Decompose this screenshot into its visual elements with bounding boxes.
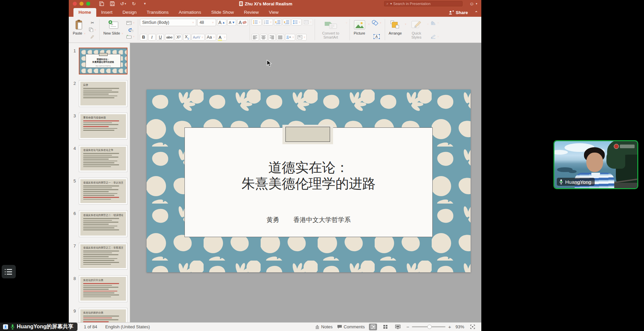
slide-thumbnail-1[interactable]: 道德实在论：朱熹美德伦理学的进路黄勇 香港中文大学哲学系 [79, 48, 127, 74]
save-icon[interactable] [110, 1, 115, 6]
picture-button[interactable]: Picture [352, 18, 366, 41]
shapes-button[interactable]: ▾ [371, 19, 382, 26]
character-spacing-button[interactable]: A⇄V▾ [192, 34, 204, 41]
tab-review[interactable]: Review [239, 8, 264, 17]
slide-title-text[interactable]: 道德实在论： 朱熹美德伦理学的进路 [185, 160, 432, 192]
format-painter-button[interactable] [88, 33, 97, 40]
microphone-icon [10, 324, 15, 330]
shape-outline-button[interactable]: ▾ [430, 33, 440, 40]
slide-show-view-button[interactable] [394, 324, 402, 330]
slide-thumbnail-5[interactable]: 道德反实在论的类型之一：非认知主义 [79, 178, 127, 205]
zoom-panel-toggle-button[interactable] [2, 265, 16, 278]
thumbnail-number: 2 [69, 80, 79, 86]
redo-button[interactable]: ↻ [131, 1, 137, 6]
columns-button[interactable]: ▾ [303, 19, 313, 25]
person-plus-icon [448, 10, 454, 15]
cut-button[interactable]: ✂ [88, 19, 97, 26]
font-name-select[interactable]: SimSun (Body)▾ [140, 19, 196, 26]
tab-animations[interactable]: Animations [174, 8, 206, 17]
reset-slide-button[interactable] [125, 26, 136, 33]
slide-thumbnail-3[interactable]: 事实命题与道德命题 [79, 113, 127, 140]
tab-transitions[interactable]: Transitions [142, 8, 174, 17]
numbering-button[interactable]: 123▾ [263, 19, 273, 25]
screen: ↺▾ ↻ ▼ Zhu Xi's Moral Realism ⌕ ▾ Search… [0, 0, 644, 331]
new-slide-button[interactable]: New Slide ▾ [102, 18, 124, 41]
slide-thumbnail-7[interactable]: 道德反实在论的类型之三：非客观主义 [79, 243, 127, 270]
comments-toggle[interactable]: Comments [337, 324, 365, 329]
section-button[interactable]: ▾ [125, 33, 136, 40]
decrease-indent-button[interactable] [274, 19, 282, 25]
collapse-ribbon-icon[interactable]: ⌃ [475, 10, 478, 15]
window-title: Zhu Xi's Moral Realism [245, 1, 292, 6]
font-size-select[interactable]: 48▾ [197, 19, 216, 26]
line-spacing-button[interactable]: ▾ [291, 19, 302, 25]
powerpoint-window: ↺▾ ↻ ▼ Zhu Xi's Moral Realism ⌕ ▾ Search… [69, 0, 481, 331]
language-indicator[interactable]: English (United States) [105, 324, 150, 329]
slide-thumbnail-6[interactable]: 道德反实在论的类型之二：错误理论 [79, 210, 127, 237]
increase-font-size-button[interactable]: A▲ [217, 19, 226, 26]
align-text-button[interactable]: ▾ [296, 34, 307, 41]
text-direction-button[interactable]: A▾ [285, 34, 296, 41]
convert-to-smartart-button[interactable]: Convert to SmartArt [317, 18, 344, 41]
print-icon[interactable] [99, 1, 104, 6]
slide-editing-canvas[interactable]: 道德实在论： 朱熹美德伦理学的进路 黄勇香港中文大学哲学系 [130, 43, 481, 322]
increase-indent-button[interactable] [283, 19, 290, 25]
fit-slide-to-window-button[interactable] [469, 324, 477, 330]
superscript-button[interactable]: X² [175, 34, 182, 41]
slide-sorter-view-button[interactable] [381, 324, 389, 330]
underline-button[interactable]: U [157, 34, 164, 41]
notes-toggle[interactable]: Notes [315, 324, 333, 329]
clear-formatting-button[interactable]: A [237, 19, 248, 26]
text-box-button[interactable]: A [371, 33, 382, 40]
feedback-smiley-button[interactable]: ☺▾ [469, 1, 477, 6]
bullets-button[interactable]: ▾ [252, 19, 262, 25]
justify-button[interactable] [277, 34, 284, 41]
tab-insert[interactable]: Insert [96, 8, 118, 17]
italic-button[interactable]: I [148, 34, 156, 41]
font-color-button[interactable]: A▾ [217, 34, 227, 41]
normal-view-button[interactable] [369, 324, 377, 330]
tab-slide-show[interactable]: Slide Show [206, 8, 239, 17]
minimize-window-button[interactable] [79, 2, 84, 6]
zoom-slider-knob[interactable] [427, 325, 432, 329]
subscript-button[interactable]: X2 [183, 34, 191, 41]
bold-button[interactable]: B [140, 34, 147, 41]
slide-thumbnail-8[interactable]: 实在论的日常分类 [79, 275, 127, 302]
zoom-slider[interactable]: − + [406, 324, 451, 330]
arrange-button[interactable]: Arrange [387, 18, 403, 41]
zoom-out-icon[interactable]: − [406, 324, 409, 330]
zoom-level[interactable]: 93% [455, 324, 464, 329]
tab-design[interactable]: Design [117, 8, 142, 17]
search-input[interactable]: ⌕ ▾ Search in Presentation [384, 1, 463, 6]
align-left-button[interactable] [252, 34, 259, 41]
slide-thumbnail-panel: 1道德实在论：朱熹美德伦理学的进路黄勇 香港中文大学哲学系2目录3事实命题与道德… [69, 43, 130, 322]
shape-fill-button[interactable]: ▾ [430, 19, 440, 26]
zoom-in-icon[interactable]: + [448, 324, 451, 330]
decrease-font-size-button[interactable]: A▼ [227, 19, 236, 26]
copy-button[interactable]: ▾ [88, 26, 97, 33]
share-button[interactable]: Share ⌃ [448, 10, 478, 17]
paste-clipboard-icon [75, 19, 83, 31]
customize-toolbar-icon[interactable]: ▼ [142, 1, 147, 6]
align-right-button[interactable] [268, 34, 276, 41]
align-center-button[interactable] [260, 34, 267, 41]
participant-video-tile[interactable]: HuangYong [553, 140, 638, 189]
tab-view[interactable]: View [264, 8, 283, 17]
current-slide[interactable]: 道德实在论： 朱熹美德伦理学的进路 黄勇香港中文大学哲学系 [147, 90, 471, 272]
thumbnail-number: 9 [69, 308, 79, 314]
slide-subtitle-text[interactable]: 黄勇香港中文大学哲学系 [185, 216, 432, 224]
undo-button[interactable]: ↺▾ [120, 1, 126, 6]
close-window-button[interactable] [73, 2, 77, 6]
tab-home[interactable]: Home [73, 8, 96, 17]
slide-thumbnail-2[interactable]: 目录 [79, 80, 127, 107]
slide-thumbnail-4[interactable]: 道德实在论与反实在论之争 [79, 145, 127, 172]
quick-styles-button[interactable]: Quick Styles [407, 18, 425, 41]
thumbnail-slide-title: 目录 [83, 84, 123, 87]
search-placeholder: Search in Presentation [393, 2, 430, 6]
slide-layout-button[interactable]: ▾ [125, 19, 136, 26]
strikethrough-button[interactable]: abe [165, 34, 174, 41]
paste-button[interactable]: Paste ▾ [71, 18, 87, 41]
zoom-window-button[interactable] [86, 2, 90, 6]
slide-thumbnail-9[interactable]: 实在论的新的分类 [79, 308, 127, 322]
change-case-button[interactable]: Aa▾ [206, 34, 216, 41]
